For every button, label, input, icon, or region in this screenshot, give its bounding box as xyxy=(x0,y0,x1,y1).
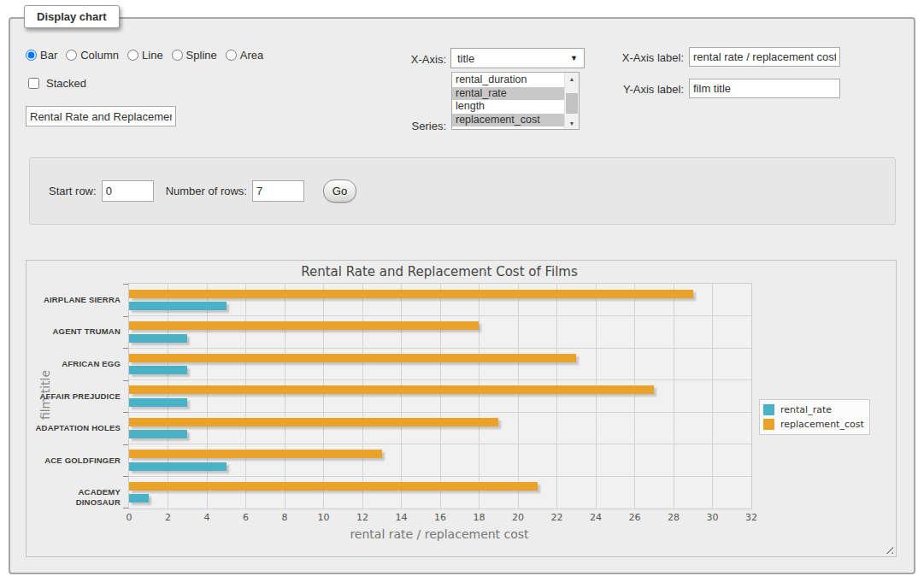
chart-type-radio-column[interactable] xyxy=(66,50,77,61)
start-row-input[interactable] xyxy=(102,180,154,202)
series-listbox-options: rental_durationrental_ratelengthreplacem… xyxy=(452,73,564,129)
plot-area: AIRPLANE SIERRAAGENT TRUMANAFRICAN EGGAF… xyxy=(128,283,752,509)
row-controls-panel: Start row: Number of rows: Go xyxy=(29,157,896,225)
x-tick-label: 20 xyxy=(512,512,524,523)
bar-rental-rate xyxy=(129,302,227,310)
chart-title: Rental Rate and Replacement Cost of Film… xyxy=(128,264,750,279)
resize-handle-icon[interactable] xyxy=(883,544,893,554)
x-tick-labels: 02468101214161820222426283032 xyxy=(129,512,751,524)
chart-type-option-line[interactable]: Line xyxy=(127,49,163,62)
gridline xyxy=(362,284,363,509)
gridline xyxy=(129,315,751,316)
x-tick-label: 30 xyxy=(707,512,719,523)
bar-rental-rate xyxy=(129,462,227,471)
x-tick-label: 28 xyxy=(668,512,680,523)
series-option-rental_rate[interactable]: rental_rate xyxy=(452,87,564,101)
x-tick-label: 0 xyxy=(127,512,132,523)
category-label: ACADEMY DINOSAUR xyxy=(33,487,121,508)
x-axis-select[interactable]: title ▼ xyxy=(450,48,585,68)
bar-replacement-cost xyxy=(129,290,693,298)
x-axis-label-label: X-Axis label: xyxy=(607,51,684,64)
category-label: ACE GOLDFINGER xyxy=(33,456,121,466)
chart-type-radio-spline[interactable] xyxy=(172,50,183,61)
gridline xyxy=(129,412,751,413)
series-option-rental_duration[interactable]: rental_duration xyxy=(452,73,564,87)
chart-type-option-area[interactable]: Area xyxy=(226,49,263,62)
scrollbar-thumb[interactable] xyxy=(566,93,578,114)
gridline xyxy=(129,444,751,444)
x-tick-label: 16 xyxy=(434,512,446,523)
gridline xyxy=(285,284,285,509)
chart-type-option-label: Bar xyxy=(40,49,57,62)
chart-type-option-label: Column xyxy=(80,49,119,62)
gridline xyxy=(596,284,597,509)
series-option-length[interactable]: length xyxy=(452,100,564,114)
x-tick-label: 32 xyxy=(745,512,757,523)
series-scrollbar[interactable]: ▲ ▼ xyxy=(564,73,579,129)
bar-replacement-cost xyxy=(129,418,498,426)
gridline xyxy=(634,284,635,509)
chart-type-group: BarColumnLineSplineArea xyxy=(26,49,263,62)
y-axis-tick xyxy=(123,444,128,445)
gridline xyxy=(168,284,168,509)
legend-swatch-replacement_cost xyxy=(763,419,774,430)
dropdown-arrow-icon: ▼ xyxy=(570,54,578,62)
scrollbar-track[interactable] xyxy=(565,85,579,117)
y-axis-tick xyxy=(123,380,128,381)
x-tick-label: 24 xyxy=(590,512,602,523)
series-option-replacement_cost[interactable]: replacement_cost xyxy=(452,114,564,127)
x-tick-label: 18 xyxy=(474,512,486,523)
bar-rental-rate xyxy=(129,398,187,407)
x-tick-label: 4 xyxy=(204,512,210,523)
category-label: AGENT TRUMAN xyxy=(33,326,121,337)
chart-type-option-label: Line xyxy=(142,49,163,62)
stacked-checkbox-row[interactable]: Stacked xyxy=(25,75,86,91)
chart-type-option-spline[interactable]: Spline xyxy=(172,49,217,62)
chart-type-radio-bar[interactable] xyxy=(26,50,37,61)
x-tick-label: 8 xyxy=(282,512,288,523)
x-axis-select-label: X-Axis: xyxy=(386,53,446,66)
series-listbox[interactable]: rental_durationrental_ratelengthreplacem… xyxy=(451,72,580,130)
chart-legend: rental_ratereplacement_cost xyxy=(759,399,870,435)
bar-replacement-cost xyxy=(129,482,538,491)
legend-entry-replacement_cost: replacement_cost xyxy=(763,417,864,432)
legend-swatch-rental_rate xyxy=(763,404,774,415)
fieldset-legend: Display chart xyxy=(24,5,120,28)
bar-rental-rate xyxy=(129,430,187,438)
x-tick-label: 22 xyxy=(551,512,563,523)
gridline xyxy=(674,284,674,509)
gridline xyxy=(129,476,751,477)
scroll-up-icon[interactable]: ▲ xyxy=(565,73,579,85)
category-label: AFFAIR PREJUDICE xyxy=(33,391,121,402)
bar-replacement-cost xyxy=(129,354,576,362)
gridline xyxy=(401,284,402,509)
bar-rental-rate xyxy=(129,494,149,503)
bar-rental-rate xyxy=(129,366,187,374)
x-tick-label: 14 xyxy=(396,512,408,523)
chart-type-radio-area[interactable] xyxy=(226,50,237,61)
gridline xyxy=(712,284,713,509)
y-axis-tick xyxy=(123,412,128,413)
chart-type-radio-line[interactable] xyxy=(127,50,138,61)
chart-title-input[interactable] xyxy=(26,106,176,126)
stacked-checkbox[interactable] xyxy=(28,78,39,89)
gridline xyxy=(323,284,324,509)
scroll-down-icon[interactable]: ▼ xyxy=(565,117,579,129)
y-axis-tick xyxy=(123,348,128,349)
x-axis-label-input[interactable] xyxy=(689,47,840,67)
chart-type-option-bar[interactable]: Bar xyxy=(26,49,57,62)
bar-replacement-cost xyxy=(129,321,479,330)
bar-replacement-cost xyxy=(129,385,654,394)
y-axis-label-input[interactable] xyxy=(689,79,840,98)
bar-rental-rate xyxy=(129,334,187,343)
num-rows-input[interactable] xyxy=(252,180,304,202)
chart-type-option-column[interactable]: Column xyxy=(66,49,119,62)
go-button[interactable]: Go xyxy=(323,179,356,203)
x-tick-label: 2 xyxy=(165,512,171,523)
chart-type-option-label: Spline xyxy=(186,49,217,62)
y-axis-tick xyxy=(123,508,128,509)
y-axis-label-label: Y-Axis label: xyxy=(607,83,684,96)
legend-label: replacement_cost xyxy=(780,419,864,430)
x-tick-label: 12 xyxy=(356,512,368,523)
gridline xyxy=(440,284,441,509)
